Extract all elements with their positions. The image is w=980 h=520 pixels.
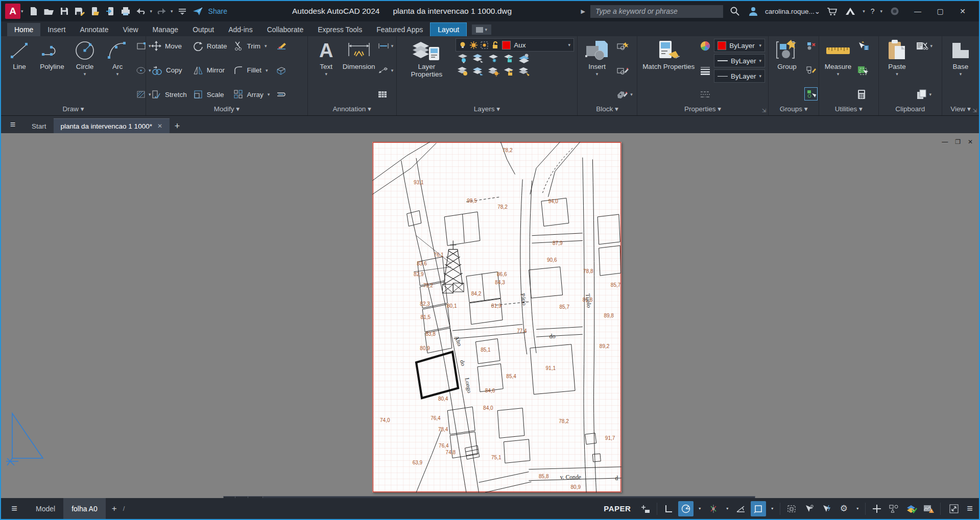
dyninput-dropdown-icon[interactable]: ▾	[768, 501, 776, 516]
clean-screen-toggle[interactable]	[946, 501, 962, 516]
assistant-icon[interactable]	[888, 5, 901, 18]
help-icon[interactable]: ?	[871, 7, 875, 15]
offset-button[interactable]	[274, 88, 289, 101]
panel-label-draw[interactable]: Draw ▾	[1, 102, 146, 115]
layer-unlock-all-button[interactable]	[503, 66, 515, 79]
isodraft-toggle[interactable]	[733, 501, 749, 516]
circle-button[interactable]: Circle ▾	[69, 38, 100, 102]
color-wheel-icon[interactable]	[699, 40, 712, 52]
fillet-dropdown-icon[interactable]: ▾	[266, 68, 268, 73]
linetype-dropdown-icon[interactable]: ▾	[759, 73, 762, 79]
polar-dropdown-icon[interactable]: ▾	[696, 501, 704, 516]
open-file-button[interactable]	[42, 5, 56, 18]
erase-button[interactable]	[274, 40, 289, 52]
panel-label-modify[interactable]: Modify ▾	[146, 102, 307, 115]
panel-label-clipboard[interactable]: Clipboard	[879, 102, 942, 115]
redo-button[interactable]	[155, 5, 168, 18]
ribbon-tab-add-ins[interactable]: Add-ins	[221, 23, 259, 36]
share-label[interactable]: Share	[208, 7, 227, 15]
command-customize-icon[interactable]	[248, 496, 263, 498]
ribbon-display-toggle[interactable]: ▾	[472, 24, 491, 35]
command-close-icon[interactable]: ✕	[235, 496, 248, 498]
save-button[interactable]	[58, 5, 71, 18]
mirror-button[interactable]: Mirror	[191, 64, 229, 77]
share-icon[interactable]	[191, 5, 204, 18]
group-button[interactable]: Group	[772, 38, 802, 102]
linear-dimension-button[interactable]: ▾	[376, 40, 395, 52]
copy-clip-button[interactable]: ▾	[915, 88, 935, 101]
layer-dropdown[interactable]: Aux ▾	[456, 38, 574, 52]
scale-button[interactable]: Scale	[191, 88, 229, 101]
lineweight-dropdown[interactable]: ByLayer ▾	[714, 54, 765, 67]
window-maximize-button[interactable]: ▢	[929, 1, 951, 21]
signed-in-user[interactable]: carolina.roque...⌄	[765, 7, 820, 15]
ribbon-tab-manage[interactable]: Manage	[146, 23, 186, 36]
open-from-mobile-button[interactable]	[88, 5, 102, 18]
panel-label-block[interactable]: Block ▾	[578, 102, 637, 115]
text-dropdown-icon[interactable]: ▾	[325, 71, 327, 77]
tab-model[interactable]: Model	[28, 498, 63, 519]
keytip-arrow-icon[interactable]: ▶	[581, 8, 585, 15]
arc-button[interactable]: Arc ▾	[102, 38, 133, 102]
ribbon-tab-home[interactable]: Home	[7, 23, 40, 36]
redo-dropdown-icon[interactable]: ▾	[171, 9, 173, 14]
save-to-web-button[interactable]	[104, 5, 117, 18]
ribbon-tab-layout[interactable]: Layout	[430, 22, 467, 36]
command-input[interactable]: ▾ Type a command ▴	[263, 496, 755, 498]
select-similar-button[interactable]	[856, 64, 870, 77]
fillet-button[interactable]: Fillet▾	[231, 64, 273, 77]
explode-button[interactable]	[274, 64, 289, 77]
text-button[interactable]: A Text ▾	[311, 38, 342, 102]
tab-layout-folha-a0[interactable]: folha A0	[63, 498, 106, 519]
match-properties-button[interactable]: Match Properties	[640, 38, 697, 102]
layer-freeze-button[interactable]	[488, 53, 500, 65]
layer-isolate-button[interactable]	[472, 53, 485, 65]
group-selection-toggle[interactable]	[804, 87, 818, 101]
rotate-button[interactable]: Rotate	[191, 39, 229, 53]
panel-label-layers[interactable]: Layers ▾	[397, 102, 577, 115]
file-tabs-menu-icon[interactable]: ≡	[1, 116, 25, 133]
doc-minimize-icon[interactable]: —	[942, 138, 948, 145]
ribbon-tab-view[interactable]: View	[115, 23, 145, 36]
arc-dropdown-icon[interactable]: ▾	[116, 71, 119, 77]
ribbon-tab-express-tools[interactable]: Express Tools	[310, 23, 369, 36]
ribbon-tab-annotate[interactable]: Annotate	[73, 23, 115, 36]
plot-button[interactable]	[119, 5, 132, 18]
dimension-button[interactable]: Dimension	[344, 38, 374, 102]
customize-qat-button[interactable]	[176, 5, 189, 18]
layer-properties-button[interactable]: Layer Properties	[400, 38, 453, 102]
new-drawing-tab-button[interactable]: +	[170, 119, 185, 133]
leader-button[interactable]: ▾	[376, 64, 395, 77]
ribbon-tab-output[interactable]: Output	[185, 23, 221, 36]
isolate-objects-toggle[interactable]	[887, 501, 902, 516]
edit-attributes-button[interactable]: ▾	[615, 88, 634, 101]
customization-gear-icon[interactable]: ⚙	[836, 501, 851, 516]
doc-close-icon[interactable]: ✕	[968, 138, 973, 145]
layer-dropdown-icon[interactable]: ▾	[568, 42, 571, 47]
table-button[interactable]	[376, 88, 395, 101]
selection-cycling-toggle[interactable]	[784, 501, 799, 516]
customization-menu-icon[interactable]: ≡	[967, 503, 973, 514]
create-block-button[interactable]	[615, 40, 634, 52]
layer-off-button[interactable]	[457, 53, 469, 65]
3d-osnap-toggle[interactable]	[801, 501, 817, 516]
doc-restore-icon[interactable]: ❐	[955, 138, 961, 145]
color-dropdown-icon[interactable]: ▾	[759, 43, 762, 48]
layer-sun-button[interactable]	[487, 66, 500, 79]
circle-dropdown-icon[interactable]: ▾	[84, 71, 86, 77]
ribbon-tab-featured-apps[interactable]: Featured Apps	[369, 23, 430, 36]
array-button[interactable]: Array▾	[231, 88, 273, 101]
graphics-performance-toggle[interactable]	[904, 501, 919, 516]
snap-mode-toggle[interactable]	[638, 501, 653, 516]
status-menu-icon[interactable]: ≡	[1, 503, 28, 514]
app-store-cart-icon[interactable]	[825, 5, 839, 18]
command-grip-handle[interactable]: ⣿	[223, 496, 235, 498]
tab-start[interactable]: Start	[25, 119, 54, 133]
ribbon-tab-insert[interactable]: Insert	[40, 23, 73, 36]
space-toggle[interactable]: PAPER	[597, 504, 637, 513]
trim-dropdown-icon[interactable]: ▾	[265, 43, 267, 48]
window-minimize-button[interactable]: —	[906, 1, 929, 21]
insert-button[interactable]: Insert ▾	[581, 38, 613, 102]
polyline-button[interactable]: Polyline	[37, 38, 67, 102]
linetype-icon[interactable]	[699, 88, 712, 101]
